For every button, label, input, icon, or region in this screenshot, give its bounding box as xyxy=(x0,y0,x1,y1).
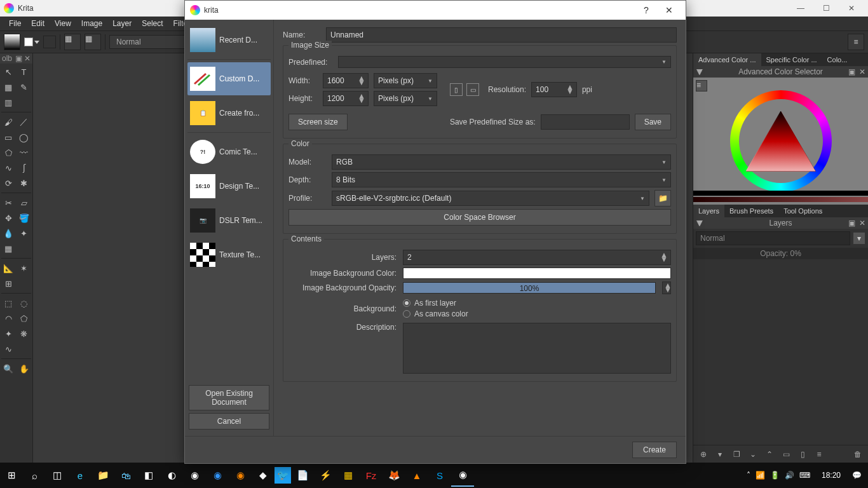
save-predefined-input[interactable] xyxy=(541,114,630,130)
task-view-icon[interactable]: ◫ xyxy=(46,464,69,487)
color-picker-tool-icon[interactable]: 💧 xyxy=(1,226,15,240)
taskbar-store-icon[interactable]: 🛍 xyxy=(114,464,137,487)
lock-icon-2[interactable]: ⯆ xyxy=(696,219,703,227)
bgopacity-slider[interactable]: 100% xyxy=(403,282,656,294)
toolbox-header[interactable]: olb▣ ✕ xyxy=(0,53,32,64)
taskbar-skype-icon[interactable]: S xyxy=(428,464,451,487)
dynamic-brush-tool-icon[interactable]: ⟳ xyxy=(1,176,15,190)
float-icon-2[interactable]: ▣ xyxy=(848,219,855,227)
taskbar-app-4[interactable]: ◉ xyxy=(229,464,252,487)
layer-list[interactable] xyxy=(693,259,868,445)
tray-battery-icon[interactable]: 🔋 xyxy=(770,471,780,480)
taskbar-app-7[interactable]: ⚡ xyxy=(314,464,337,487)
create-button[interactable]: Create xyxy=(632,442,677,458)
taskbar-krita-icon[interactable]: ◉ xyxy=(451,464,474,487)
add-layer-dropdown-icon[interactable]: ▾ xyxy=(714,448,726,461)
gradient-tool-icon[interactable]: ▦ xyxy=(1,241,15,255)
multibrush-tool-icon[interactable]: ✱ xyxy=(17,176,31,190)
calligraphy-tool-icon[interactable]: ✎ xyxy=(17,80,31,94)
layer-opacity-slider[interactable]: Opacity: 0% xyxy=(693,248,868,259)
orientation-landscape-icon[interactable]: ▭ xyxy=(466,83,479,96)
width-spinner[interactable]: ▲▼ xyxy=(323,73,369,88)
gradient-picker[interactable] xyxy=(4,34,20,50)
bezier-select-tool-icon[interactable]: ∿ xyxy=(1,342,15,356)
screen-size-button[interactable]: Screen size xyxy=(288,114,348,130)
name-input[interactable] xyxy=(326,27,677,43)
tab-tool-options[interactable]: Tool Options xyxy=(778,205,827,217)
pattern-picker[interactable] xyxy=(43,36,56,48)
bgcolor-swatch[interactable] xyxy=(403,268,671,279)
fill-tool-icon[interactable]: 🪣 xyxy=(17,211,31,225)
search-icon[interactable]: ⌕ xyxy=(23,464,46,487)
orientation-portrait-icon[interactable]: ▯ xyxy=(450,83,463,96)
polygon-tool-icon[interactable]: ⬠ xyxy=(1,146,15,159)
workspace-chooser-icon[interactable]: ≡ xyxy=(848,34,864,50)
close-button[interactable]: ✕ xyxy=(839,4,864,13)
color-selector[interactable]: ≡ xyxy=(693,78,868,205)
taskbar-twitter-icon[interactable]: 🐦 xyxy=(275,467,291,484)
tab-brush-presets[interactable]: Brush Presets xyxy=(724,205,778,217)
contiguous-select-tool-icon[interactable]: ✦ xyxy=(1,327,15,341)
edit-shapes-tool-icon[interactable]: ▦ xyxy=(1,80,15,94)
measure-tool-icon[interactable]: 📐 xyxy=(1,261,15,275)
duplicate-layer-icon[interactable]: ❐ xyxy=(730,448,743,461)
brush-tool-icon[interactable]: 🖌 xyxy=(1,115,15,129)
dialog-titlebar[interactable]: krita ? ✕ xyxy=(185,1,686,20)
menu-file[interactable]: File xyxy=(4,19,26,28)
close-panel-icon[interactable]: ✕ xyxy=(859,67,865,76)
taskbar-app-1[interactable]: ◧ xyxy=(137,464,160,487)
reference-tool-icon[interactable]: ⊞ xyxy=(1,276,15,290)
minimize-button[interactable]: — xyxy=(788,4,813,13)
layer-properties-icon[interactable]: ▭ xyxy=(780,448,792,461)
tray-chevron-icon[interactable]: ˄ xyxy=(747,471,750,480)
height-spinner[interactable]: ▲▼ xyxy=(323,91,369,106)
bg-radio-canvas-color[interactable]: As canvas color xyxy=(403,309,671,318)
menu-select[interactable]: Select xyxy=(137,19,168,28)
fg-bg-swatch[interactable] xyxy=(24,37,39,46)
dialog-close-button[interactable]: ✕ xyxy=(658,5,681,15)
bezier-tool-icon[interactable]: ∿ xyxy=(1,161,15,175)
sidebar-dslr-templates[interactable]: 📷 DSLR Tem... xyxy=(187,204,271,237)
cancel-button[interactable]: Cancel xyxy=(189,413,269,430)
move-layer-tool-icon[interactable]: ✥ xyxy=(1,211,15,225)
tab-advanced-color[interactable]: Advanced Color ... xyxy=(693,53,761,66)
start-button[interactable]: ⊞ xyxy=(0,464,23,487)
menu-image[interactable]: Image xyxy=(76,19,107,28)
ellipse-tool-icon[interactable]: ◯ xyxy=(17,130,31,144)
tray-clock[interactable]: 18:20 xyxy=(815,471,847,480)
width-unit-select[interactable]: Pixels (px)▼ xyxy=(374,73,437,88)
pan-tool-icon[interactable]: ✋ xyxy=(17,362,31,376)
assistant-tool-icon[interactable]: ✶ xyxy=(17,261,31,275)
menu-view[interactable]: View xyxy=(50,19,76,28)
open-existing-button[interactable]: Open Existing Document xyxy=(189,385,269,410)
layer-blend-select[interactable]: Normal xyxy=(696,231,850,245)
toolbar-icon-1[interactable]: ▦ xyxy=(64,34,81,50)
lock-icon[interactable]: ⯆ xyxy=(696,67,703,76)
color-strip-dark[interactable] xyxy=(693,191,868,196)
pattern-edit-tool-icon[interactable]: ▥ xyxy=(1,95,15,109)
zoom-tool-icon[interactable]: 🔍 xyxy=(1,362,15,376)
profile-browse-icon[interactable]: 📁 xyxy=(654,190,671,207)
transform-tool-icon[interactable]: ▱ xyxy=(17,196,31,210)
move-down-icon[interactable]: ⌄ xyxy=(747,448,759,461)
taskbar-app-5[interactable]: ◆ xyxy=(252,464,275,487)
delete-layer-icon[interactable]: 🗑 xyxy=(851,448,864,461)
dialog-help-button[interactable]: ? xyxy=(635,5,658,15)
tray-wifi-icon[interactable]: 📶 xyxy=(756,471,765,480)
taskbar-edge-icon[interactable]: e xyxy=(69,464,92,487)
tab-layers[interactable]: Layers xyxy=(693,205,724,217)
resolution-spinner[interactable]: ▲▼ xyxy=(531,82,577,97)
float-icon[interactable]: ▣ xyxy=(848,67,855,76)
tray-keyboard-icon[interactable]: ⌨ xyxy=(799,471,810,480)
layer-properties2-icon[interactable]: ▯ xyxy=(796,448,809,461)
layers-spinner[interactable]: ▲▼ xyxy=(403,250,671,265)
text-tool-icon[interactable]: T xyxy=(17,65,31,79)
menu-layer[interactable]: Layer xyxy=(107,19,137,28)
taskbar-firefox-icon[interactable]: 🦊 xyxy=(383,464,405,487)
taskbar-vlc-icon[interactable]: ▲ xyxy=(405,464,428,487)
color-selector-menu-icon[interactable]: ≡ xyxy=(696,80,707,92)
poly-select-tool-icon[interactable]: ⬠ xyxy=(17,311,31,325)
layer-filter-icon[interactable]: ▾ xyxy=(853,232,865,245)
ellipse-select-tool-icon[interactable]: ◌ xyxy=(17,296,31,310)
color-strip-shade[interactable] xyxy=(693,197,868,202)
